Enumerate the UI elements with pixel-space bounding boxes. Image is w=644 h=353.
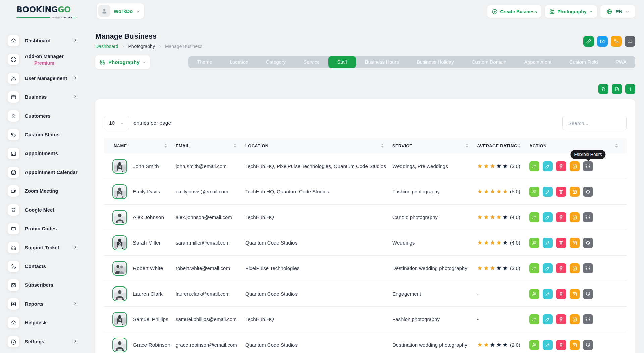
delete-staff-button[interactable]: [556, 289, 566, 299]
staff-schedule-button[interactable]: [570, 314, 580, 324]
import-file-button[interactable]: [598, 84, 608, 94]
sidebar-item-icon-box: [8, 35, 19, 46]
staff-schedule-button[interactable]: [570, 238, 580, 248]
edit-staff-button[interactable]: [543, 238, 553, 248]
edit-staff-button[interactable]: [543, 314, 553, 324]
staff-schedule-button[interactable]: [570, 161, 580, 171]
edit-staff-button[interactable]: [543, 340, 553, 350]
sidebar-item-14[interactable]: Reports: [0, 295, 89, 313]
sidebar-item-6[interactable]: Appointments: [0, 144, 89, 163]
sort-icon[interactable]: [518, 144, 521, 148]
entries-per-page-select[interactable]: 10: [104, 116, 129, 130]
breadcrumb-dashboard-link[interactable]: Dashboard: [95, 44, 118, 49]
sidebar-item-13[interactable]: Subscribers: [0, 276, 89, 295]
sidebar-item-11[interactable]: Support Ticket: [0, 238, 89, 257]
tab-3[interactable]: Service: [294, 56, 328, 68]
staff-schedule-button[interactable]: [570, 212, 580, 222]
sidebar-item-text: Subscribers: [25, 282, 53, 288]
send-mail-button[interactable]: [597, 36, 608, 47]
breadcrumb-photography[interactable]: Photography: [128, 44, 155, 49]
language-selector[interactable]: EN: [600, 5, 635, 18]
flexible-hours-button[interactable]: [583, 289, 593, 299]
sidebar-item-icon: [10, 207, 17, 213]
flexible-hours-button[interactable]: [583, 238, 593, 248]
sidebar-item-16[interactable]: Settings: [0, 332, 89, 351]
tab-8[interactable]: Appointment: [515, 56, 560, 68]
copy-link-button[interactable]: [583, 36, 594, 47]
sort-icon[interactable]: [466, 144, 468, 148]
edit-staff-button[interactable]: [543, 263, 553, 273]
tab-9[interactable]: Custom Field: [560, 56, 607, 68]
sidebar-item-10[interactable]: Promo Codes: [0, 219, 89, 238]
export-file-button[interactable]: [612, 84, 622, 94]
sidebar-item-8[interactable]: Zoom Meeting: [0, 182, 89, 201]
search-input[interactable]: [562, 116, 627, 130]
star-icon: [496, 163, 502, 169]
business-select[interactable]: Photography: [95, 55, 150, 69]
tab-7[interactable]: Custom Domain: [463, 56, 516, 68]
sidebar-item-2[interactable]: User Management: [0, 69, 89, 88]
sidebar-item-9[interactable]: Google Meet: [0, 201, 89, 219]
sidebar-item-7[interactable]: Appointment Calendar: [0, 163, 89, 182]
sort-icon[interactable]: [234, 144, 236, 148]
sort-icon[interactable]: [615, 144, 618, 148]
tab-5[interactable]: Business Hours: [356, 56, 408, 68]
assign-staff-button[interactable]: [529, 289, 539, 299]
add-staff-button[interactable]: [625, 84, 635, 94]
staff-schedule-button[interactable]: [570, 187, 580, 197]
sidebar-item-1[interactable]: Add-on Manager Premium: [0, 50, 89, 69]
staff-schedule-button[interactable]: [570, 289, 580, 299]
edit-staff-button[interactable]: [543, 187, 553, 197]
sidebar-item-12[interactable]: Contacts: [0, 257, 89, 276]
flexible-hours-button[interactable]: [583, 263, 593, 273]
edit-staff-button[interactable]: [543, 212, 553, 222]
assign-staff-button[interactable]: [529, 212, 539, 222]
column-header-name: NAME: [104, 143, 176, 148]
delete-staff-button[interactable]: [556, 212, 566, 222]
alarm-clock-icon: [585, 164, 591, 169]
sidebar-item-icon-box: [8, 185, 19, 197]
sidebar-item-3[interactable]: Business: [0, 88, 89, 106]
assign-staff-button[interactable]: [529, 340, 539, 350]
business-switcher-top[interactable]: Photography: [545, 5, 597, 18]
star-icon: [490, 240, 495, 246]
sidebar-item-4[interactable]: Customers: [0, 106, 89, 125]
edit-staff-button[interactable]: [543, 161, 553, 171]
sidebar-item-15[interactable]: Helpdesk: [0, 313, 89, 332]
create-business-button[interactable]: Create Business: [487, 5, 541, 18]
flexible-hours-button[interactable]: [583, 340, 593, 350]
sort-icon[interactable]: [381, 144, 384, 148]
sidebar-item-0[interactable]: Dashboard: [0, 31, 89, 50]
delete-staff-button[interactable]: [556, 314, 566, 324]
flexible-hours-button[interactable]: [583, 212, 593, 222]
tab-6[interactable]: Business Holiday: [408, 56, 463, 68]
flexible-hours-button[interactable]: [583, 187, 593, 197]
delete-staff-button[interactable]: [556, 187, 566, 197]
delete-staff-button[interactable]: [556, 263, 566, 273]
staff-schedule-button[interactable]: [570, 340, 580, 350]
assign-staff-button[interactable]: [529, 314, 539, 324]
delete-staff-button[interactable]: [556, 238, 566, 248]
tab-0[interactable]: Theme: [188, 56, 221, 68]
staff-schedule-button[interactable]: [570, 263, 580, 273]
assign-staff-button[interactable]: [529, 187, 539, 197]
assign-staff-button[interactable]: [529, 238, 539, 248]
tab-4[interactable]: Staff: [328, 56, 356, 68]
flexible-hours-button[interactable]: [583, 161, 593, 171]
assign-staff-button[interactable]: [529, 263, 539, 273]
tab-10[interactable]: PWA: [607, 56, 635, 68]
flexible-hours-button[interactable]: [583, 314, 593, 324]
tab-1[interactable]: Location: [221, 56, 257, 68]
sort-icon[interactable]: [164, 144, 167, 148]
payment-button[interactable]: [625, 36, 635, 47]
star-icon: [483, 214, 489, 220]
delete-staff-button[interactable]: [556, 161, 566, 171]
call-button[interactable]: [611, 36, 622, 47]
edit-staff-button[interactable]: [543, 289, 553, 299]
assign-staff-button[interactable]: [529, 161, 539, 171]
delete-staff-button[interactable]: [556, 340, 566, 350]
tab-2[interactable]: Category: [257, 56, 294, 68]
workspace-switcher[interactable]: WorkDo: [97, 3, 144, 19]
sidebar-item-icon: [10, 320, 17, 326]
sidebar-item-5[interactable]: Custom Status: [0, 125, 89, 144]
